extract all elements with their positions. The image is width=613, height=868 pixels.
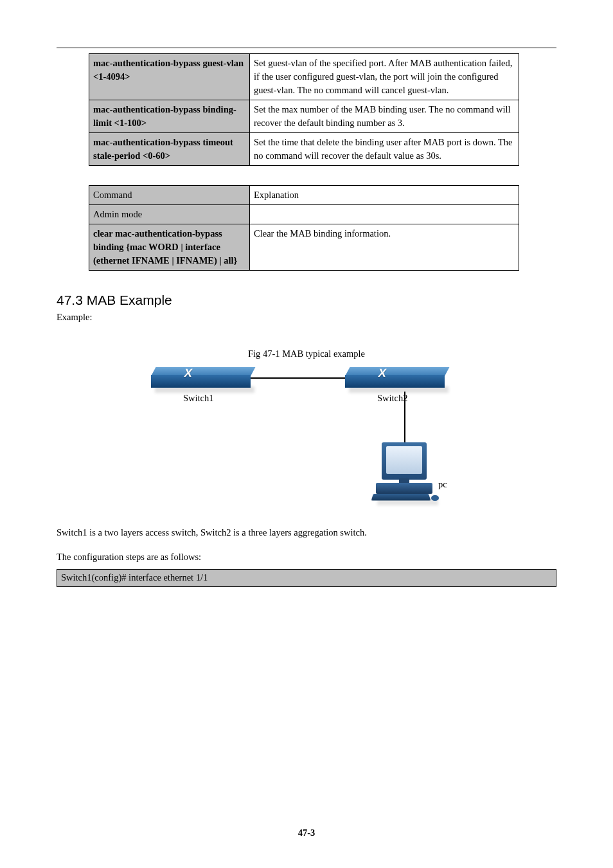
table-row: mac-authentication-bypass timeout stale-… bbox=[89, 133, 519, 166]
switch-icon: X bbox=[345, 367, 445, 394]
code-block: Switch1(config)# interface ethernet 1/1 bbox=[57, 569, 556, 587]
config-steps-heading: The configuration steps are as follows: bbox=[57, 552, 556, 563]
section-heading: 47.3 MAB Example bbox=[57, 293, 556, 308]
code-line: Switch1(config)# interface ethernet 1/1 bbox=[61, 572, 208, 583]
explanation-cell: Set the max number of the MAB binding us… bbox=[250, 100, 519, 133]
pc-label: pc bbox=[438, 479, 447, 490]
table-row: mac-authentication-bypass guest-vlan <1-… bbox=[89, 54, 519, 100]
switch1-label: Switch1 bbox=[183, 393, 214, 404]
table-row: clear mac-authentication-bypass binding … bbox=[89, 224, 519, 271]
pc-icon bbox=[371, 442, 441, 503]
mode-cell: Admin mode bbox=[89, 205, 250, 224]
config-table-1: mac-authentication-bypass guest-vlan <1-… bbox=[89, 53, 519, 166]
table-row: mac-authentication-bypass binding-limit … bbox=[89, 100, 519, 133]
config-table-2: Command Explanation Admin mode clear mac… bbox=[89, 185, 519, 271]
command-cell: mac-authentication-bypass timeout stale-… bbox=[89, 133, 250, 166]
page-number: 47-3 bbox=[0, 827, 613, 838]
network-diagram: X Switch1 X Switch2 pc bbox=[146, 363, 467, 509]
figure-caption: Fig 47-1 MAB typical example bbox=[57, 348, 556, 359]
mode-cell-right bbox=[250, 205, 519, 224]
switch-icon: X bbox=[151, 367, 251, 394]
link-line-horizontal bbox=[245, 377, 345, 379]
header-explanation: Explanation bbox=[250, 186, 519, 205]
header-command: Command bbox=[89, 186, 250, 205]
explanation-cell: Set the time that delete the binding use… bbox=[250, 133, 519, 166]
explanation-cell: Set guest-vlan of the specified port. Af… bbox=[250, 54, 519, 100]
example-label: Example: bbox=[57, 312, 556, 323]
body-paragraph: Switch1 is a two layers access switch, S… bbox=[57, 526, 556, 540]
command-cell: mac-authentication-bypass binding-limit … bbox=[89, 100, 250, 133]
table-header-row: Command Explanation bbox=[89, 186, 519, 205]
switch2-label: Switch2 bbox=[377, 393, 408, 404]
command-cell: mac-authentication-bypass guest-vlan <1-… bbox=[89, 54, 250, 100]
table-mode-row: Admin mode bbox=[89, 205, 519, 224]
command-cell: clear mac-authentication-bypass binding … bbox=[89, 224, 250, 271]
explanation-cell: Clear the MAB binding information. bbox=[250, 224, 519, 271]
top-rule bbox=[57, 48, 556, 48]
